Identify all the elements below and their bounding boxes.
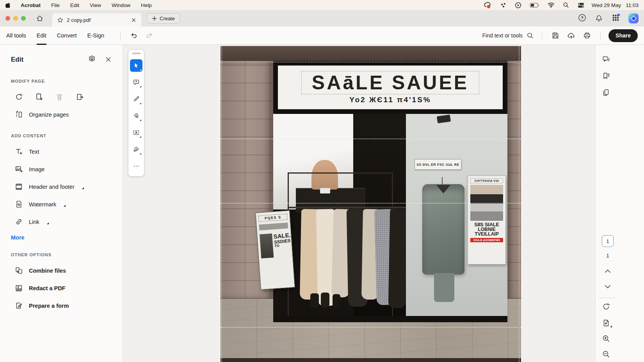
document-tab[interactable]: 2 copy.pdf xyxy=(52,13,141,27)
print-icon[interactable] xyxy=(583,32,591,39)
storefront-sign-subtitle[interactable]: Yo2 ЖЄ11 π4'1S% xyxy=(349,96,431,104)
poster-red-banner: OOA.B (AOSWEFMS xyxy=(470,238,503,242)
control-center-icon[interactable] xyxy=(577,2,585,8)
share-button[interactable]: Share xyxy=(608,29,638,42)
fit-page-icon[interactable] xyxy=(602,319,610,327)
more-link[interactable]: More xyxy=(11,234,112,241)
panel-close-icon[interactable] xyxy=(105,56,112,63)
rotate-page-icon[interactable] xyxy=(15,93,23,101)
combine-files-item[interactable]: Combine files xyxy=(11,266,112,275)
extract-page-icon[interactable] xyxy=(76,93,84,101)
rotate-view-icon[interactable] xyxy=(602,302,610,311)
sign-band: SAāLE SAUEE Yo2 ЖЄ11 π4'1S% xyxy=(273,62,507,114)
apple-menu-icon[interactable] xyxy=(5,2,11,8)
right-sidebar: 1 1 xyxy=(595,45,644,362)
current-page-value: 1 xyxy=(606,238,609,244)
add-link-item[interactable]: Link xyxy=(11,218,112,226)
redo-icon[interactable] xyxy=(146,32,153,39)
help-icon[interactable]: ? xyxy=(578,14,586,23)
next-page-chevron-icon[interactable] xyxy=(604,284,611,289)
redact-pdf-item[interactable]: Redact a PDF xyxy=(11,284,112,292)
wifi-icon[interactable] xyxy=(548,2,555,8)
notifications-bell-icon[interactable] xyxy=(595,14,603,23)
panel-settings-gear-icon[interactable] xyxy=(88,55,96,64)
battery-icon[interactable] xyxy=(530,3,539,8)
storefront-sign-title[interactable]: SAāLE SAUEE xyxy=(301,71,479,94)
profile-avatar[interactable] xyxy=(628,13,639,23)
prepare-form-label: Prepare a form xyxy=(29,303,69,309)
window-close-button[interactable] xyxy=(5,16,10,21)
tab-esign[interactable]: E-Sign xyxy=(87,27,105,45)
save-icon[interactable] xyxy=(551,32,559,39)
sandwich-board-sign[interactable]: PQES S SALE. SSDIES TO xyxy=(255,210,295,290)
current-page-input[interactable]: 1 xyxy=(602,235,614,247)
storefront-kickplate xyxy=(273,316,507,322)
organize-pages-label: Organize pages xyxy=(29,112,69,118)
draw-highlight-tool[interactable] xyxy=(130,93,142,105)
window-zoom-button[interactable] xyxy=(21,16,26,21)
zoom-out-icon[interactable] xyxy=(602,350,610,358)
wall-poster[interactable]: CHTTFAGIA VGI SIIS SIALE LOBNIE TVEILLAI… xyxy=(468,176,506,264)
spotlight-search-icon[interactable] xyxy=(563,2,569,8)
storefront-photo-page[interactable]: SAāLE SAUEE Yo2 ЖЄ11 π4'1S% xyxy=(221,46,521,362)
menubar-time[interactable]: 11:03 xyxy=(626,2,639,8)
poster-line1: SIIS SIALE xyxy=(470,222,503,227)
add-watermark-item[interactable]: Watermark xyxy=(11,200,112,208)
more-tools-ellipsis[interactable] xyxy=(130,160,142,172)
favorite-star-icon[interactable] xyxy=(57,17,64,23)
undo-icon[interactable] xyxy=(130,32,138,39)
wall-sign[interactable]: SS DVL ER FSC AUL RE xyxy=(415,159,461,170)
screen-record-icon[interactable] xyxy=(484,2,492,9)
bookmarks-panel-icon[interactable] xyxy=(602,72,610,80)
menubar-date[interactable]: Wed 29 May xyxy=(592,2,621,8)
tab-edit[interactable]: Edit xyxy=(37,27,46,45)
menu-item-edit[interactable]: Edit xyxy=(70,2,79,8)
delete-page-icon[interactable] xyxy=(55,93,64,101)
fill-sign-tool[interactable] xyxy=(130,143,142,156)
tab-close-icon[interactable] xyxy=(131,17,137,23)
photo-bottom-edge xyxy=(221,358,521,362)
create-button[interactable]: Create xyxy=(147,13,180,23)
dots-cluster-icon[interactable] xyxy=(500,2,507,9)
pages-panel-icon[interactable] xyxy=(602,89,610,97)
menu-item-file[interactable]: File xyxy=(51,2,60,8)
panel-title: Edit xyxy=(11,56,23,64)
menu-item-window[interactable]: Window xyxy=(112,2,130,8)
add-text-item[interactable]: Text xyxy=(11,147,112,156)
select-tool[interactable] xyxy=(130,59,142,72)
sign-face[interactable]: SAāLE SAUEE Yo2 ЖЄ11 π4'1S% xyxy=(278,66,503,109)
apps-grid-icon[interactable] xyxy=(612,14,620,23)
edit-region-guide xyxy=(221,138,521,139)
organize-pages-item[interactable]: Organize pages xyxy=(11,110,112,119)
hanging-jacket xyxy=(422,184,464,275)
add-content-section-label: ADD CONTENT xyxy=(11,133,112,138)
add-header-footer-label: Header and footer xyxy=(29,184,75,190)
menu-item-view[interactable]: View xyxy=(90,2,101,8)
crop-page-icon[interactable] xyxy=(35,93,43,101)
lasso-tool[interactable] xyxy=(130,110,142,122)
window-minimize-button[interactable] xyxy=(13,16,18,21)
palette-drag-handle[interactable] xyxy=(132,53,141,54)
tab-convert[interactable]: Convert xyxy=(57,27,77,45)
home-icon[interactable] xyxy=(36,14,44,22)
zoom-in-icon[interactable] xyxy=(602,334,610,343)
menu-item-acrobat[interactable]: Acrobat xyxy=(21,2,41,8)
add-comment-tool[interactable] xyxy=(130,76,142,89)
find-label: Find text or tools xyxy=(482,32,523,39)
prepare-form-item[interactable]: Prepare a form xyxy=(11,302,112,310)
redact-pdf-label: Redact a PDF xyxy=(29,285,65,291)
comments-panel-icon[interactable] xyxy=(602,55,610,64)
tab-all-tools[interactable]: All tools xyxy=(6,27,26,45)
play-circle-icon[interactable] xyxy=(515,2,521,9)
search-icon[interactable] xyxy=(527,32,534,39)
cloud-upload-icon[interactable] xyxy=(567,32,575,40)
add-header-footer-item[interactable]: Header and footer xyxy=(11,183,112,191)
add-watermark-label: Watermark xyxy=(29,201,56,208)
submenu-triangle-icon xyxy=(610,325,612,327)
poster-line3: TVEILLAIP xyxy=(470,232,503,236)
previous-page-chevron-icon[interactable] xyxy=(604,269,611,273)
menu-item-help[interactable]: Help xyxy=(141,2,152,8)
edit-text-box-tool[interactable] xyxy=(130,126,142,139)
add-image-item[interactable]: Image xyxy=(11,165,112,173)
find-text-or-tools[interactable]: Find text or tools xyxy=(482,32,534,39)
